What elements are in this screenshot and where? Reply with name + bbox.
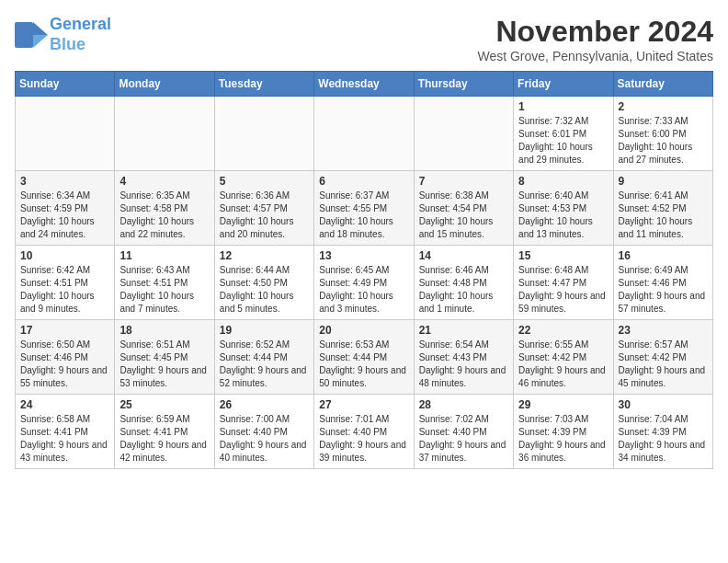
calendar-cell: 2Sunrise: 7:33 AM Sunset: 6:00 PM Daylig… (613, 97, 712, 171)
day-number: 21 (419, 324, 508, 337)
cell-content: Sunrise: 6:44 AM Sunset: 4:50 PM Dayligh… (220, 264, 309, 316)
day-number: 11 (119, 249, 209, 262)
calendar-cell: 7Sunrise: 6:38 AM Sunset: 4:54 PM Daylig… (414, 171, 513, 246)
calendar-cell: 9Sunrise: 6:41 AM Sunset: 4:52 PM Daylig… (613, 171, 712, 246)
cell-content: Sunrise: 6:36 AM Sunset: 4:57 PM Dayligh… (220, 190, 309, 241)
title-section: November 2024 West Grove, Pennsylvania, … (477, 15, 713, 63)
calendar-week-row: 17Sunrise: 6:50 AM Sunset: 4:46 PM Dayli… (16, 320, 713, 395)
calendar-cell: 1Sunrise: 7:32 AM Sunset: 6:01 PM Daylig… (514, 97, 613, 171)
day-number: 4 (119, 175, 209, 188)
day-number: 3 (20, 175, 109, 188)
cell-content: Sunrise: 6:40 AM Sunset: 4:53 PM Dayligh… (518, 190, 608, 241)
calendar-cell: 11Sunrise: 6:43 AM Sunset: 4:51 PM Dayli… (115, 246, 214, 320)
calendar-cell: 28Sunrise: 7:02 AM Sunset: 4:40 PM Dayli… (414, 395, 513, 469)
calendar-week-row: 3Sunrise: 6:34 AM Sunset: 4:59 PM Daylig… (16, 171, 713, 246)
calendar-cell: 20Sunrise: 6:53 AM Sunset: 4:44 PM Dayli… (314, 320, 414, 395)
cell-content: Sunrise: 6:59 AM Sunset: 4:41 PM Dayligh… (119, 413, 209, 465)
weekday-header: Monday (115, 72, 214, 97)
calendar-cell: 27Sunrise: 7:01 AM Sunset: 4:40 PM Dayli… (314, 395, 414, 469)
logo-icon (15, 22, 48, 48)
cell-content: Sunrise: 6:53 AM Sunset: 4:44 PM Dayligh… (319, 339, 408, 390)
cell-content: Sunrise: 6:34 AM Sunset: 4:59 PM Dayligh… (20, 190, 109, 241)
cell-content: Sunrise: 7:00 AM Sunset: 4:40 PM Dayligh… (220, 413, 309, 465)
day-number: 24 (20, 398, 109, 411)
svg-marker-2 (33, 35, 48, 48)
day-number: 15 (518, 249, 608, 262)
calendar-cell: 21Sunrise: 6:54 AM Sunset: 4:43 PM Dayli… (414, 320, 513, 395)
day-number: 5 (220, 175, 309, 188)
weekday-header: Saturday (613, 72, 712, 97)
calendar-table: SundayMondayTuesdayWednesdayThursdayFrid… (15, 71, 713, 469)
day-number: 13 (319, 249, 408, 262)
day-number: 14 (419, 249, 508, 262)
weekday-header: Friday (514, 72, 613, 97)
weekday-header: Sunday (16, 72, 115, 97)
cell-content: Sunrise: 7:01 AM Sunset: 4:40 PM Dayligh… (319, 413, 408, 465)
cell-content: Sunrise: 6:55 AM Sunset: 4:42 PM Dayligh… (518, 339, 608, 390)
cell-content: Sunrise: 6:43 AM Sunset: 4:51 PM Dayligh… (119, 264, 209, 316)
calendar-week-row: 24Sunrise: 6:58 AM Sunset: 4:41 PM Dayli… (16, 395, 713, 469)
calendar-cell: 25Sunrise: 6:59 AM Sunset: 4:41 PM Dayli… (115, 395, 214, 469)
day-number: 30 (619, 398, 708, 411)
logo: General Blue (15, 15, 111, 54)
cell-content: Sunrise: 6:58 AM Sunset: 4:41 PM Dayligh… (20, 413, 109, 465)
calendar-cell: 6Sunrise: 6:37 AM Sunset: 4:55 PM Daylig… (314, 171, 414, 246)
calendar-cell (314, 97, 414, 171)
cell-content: Sunrise: 7:33 AM Sunset: 6:00 PM Dayligh… (619, 115, 708, 167)
weekday-header: Tuesday (214, 72, 313, 97)
calendar-cell: 23Sunrise: 6:57 AM Sunset: 4:42 PM Dayli… (613, 320, 712, 395)
cell-content: Sunrise: 6:51 AM Sunset: 4:45 PM Dayligh… (119, 339, 209, 390)
day-number: 10 (20, 249, 109, 262)
weekday-header: Thursday (414, 72, 513, 97)
day-number: 7 (419, 175, 508, 188)
day-number: 8 (518, 175, 608, 188)
day-number: 17 (20, 324, 109, 337)
day-number: 23 (619, 324, 708, 337)
cell-content: Sunrise: 6:50 AM Sunset: 4:46 PM Dayligh… (20, 339, 109, 390)
calendar-cell: 12Sunrise: 6:44 AM Sunset: 4:50 PM Dayli… (214, 246, 313, 320)
calendar-cell (414, 97, 513, 171)
day-number: 12 (220, 249, 309, 262)
calendar-cell: 24Sunrise: 6:58 AM Sunset: 4:41 PM Dayli… (16, 395, 115, 469)
calendar-cell: 8Sunrise: 6:40 AM Sunset: 4:53 PM Daylig… (514, 171, 613, 246)
day-number: 1 (518, 100, 608, 113)
calendar-cell: 10Sunrise: 6:42 AM Sunset: 4:51 PM Dayli… (16, 246, 115, 320)
calendar-cell: 4Sunrise: 6:35 AM Sunset: 4:58 PM Daylig… (115, 171, 214, 246)
calendar-cell: 22Sunrise: 6:55 AM Sunset: 4:42 PM Dayli… (514, 320, 613, 395)
calendar-cell: 30Sunrise: 7:04 AM Sunset: 4:39 PM Dayli… (613, 395, 712, 469)
calendar-cell (214, 97, 313, 171)
month-title: November 2024 (477, 15, 713, 49)
day-number: 28 (419, 398, 508, 411)
page-header: General Blue November 2024 West Grove, P… (15, 15, 713, 63)
svg-marker-1 (33, 22, 48, 35)
weekday-header-row: SundayMondayTuesdayWednesdayThursdayFrid… (16, 72, 713, 97)
cell-content: Sunrise: 6:35 AM Sunset: 4:58 PM Dayligh… (119, 190, 209, 241)
cell-content: Sunrise: 6:57 AM Sunset: 4:42 PM Dayligh… (619, 339, 708, 390)
calendar-cell: 5Sunrise: 6:36 AM Sunset: 4:57 PM Daylig… (214, 171, 313, 246)
calendar-cell: 14Sunrise: 6:46 AM Sunset: 4:48 PM Dayli… (414, 246, 513, 320)
day-number: 20 (319, 324, 408, 337)
day-number: 9 (619, 175, 708, 188)
calendar-week-row: 10Sunrise: 6:42 AM Sunset: 4:51 PM Dayli… (16, 246, 713, 320)
day-number: 27 (319, 398, 408, 411)
calendar-cell: 15Sunrise: 6:48 AM Sunset: 4:47 PM Dayli… (514, 246, 613, 320)
day-number: 22 (518, 324, 608, 337)
day-number: 26 (220, 398, 309, 411)
calendar-cell (16, 97, 115, 171)
day-number: 25 (119, 398, 209, 411)
cell-content: Sunrise: 6:46 AM Sunset: 4:48 PM Dayligh… (419, 264, 508, 316)
cell-content: Sunrise: 6:48 AM Sunset: 4:47 PM Dayligh… (518, 264, 608, 316)
day-number: 16 (619, 249, 708, 262)
calendar-cell: 18Sunrise: 6:51 AM Sunset: 4:45 PM Dayli… (115, 320, 214, 395)
cell-content: Sunrise: 6:52 AM Sunset: 4:44 PM Dayligh… (220, 339, 309, 390)
weekday-header: Wednesday (314, 72, 414, 97)
calendar-cell: 17Sunrise: 6:50 AM Sunset: 4:46 PM Dayli… (16, 320, 115, 395)
cell-content: Sunrise: 7:02 AM Sunset: 4:40 PM Dayligh… (419, 413, 508, 465)
cell-content: Sunrise: 7:32 AM Sunset: 6:01 PM Dayligh… (518, 115, 608, 167)
cell-content: Sunrise: 6:45 AM Sunset: 4:49 PM Dayligh… (319, 264, 408, 316)
cell-content: Sunrise: 6:37 AM Sunset: 4:55 PM Dayligh… (319, 190, 408, 241)
calendar-cell: 16Sunrise: 6:49 AM Sunset: 4:46 PM Dayli… (613, 246, 712, 320)
day-number: 18 (119, 324, 209, 337)
calendar-cell (115, 97, 214, 171)
cell-content: Sunrise: 6:38 AM Sunset: 4:54 PM Dayligh… (419, 190, 508, 241)
